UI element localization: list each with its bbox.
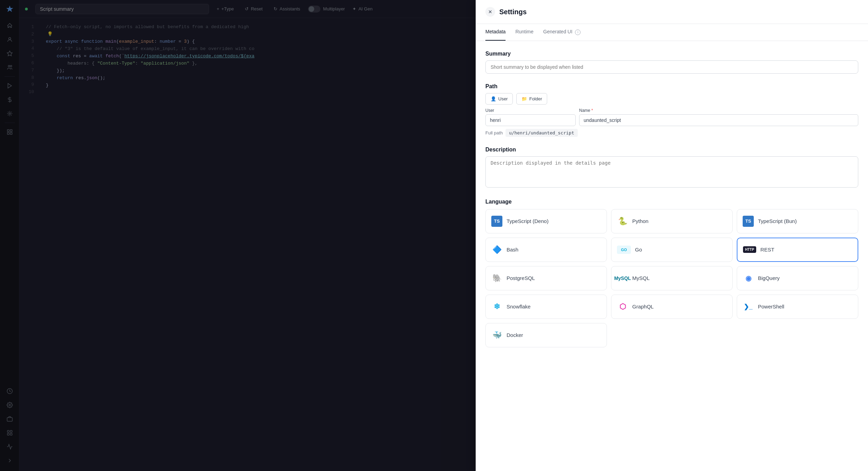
lang-mysql[interactable]: MySQL MySQL	[611, 266, 733, 290]
settings-tabs: Metadata Runtime Generated UI i	[476, 24, 868, 41]
description-label: Description	[485, 147, 858, 153]
settings-content: Summary Path 👤 User 📁 Folder User	[476, 41, 868, 471]
settings-header: ✕ Settings	[476, 0, 868, 24]
mysql-icon: MySQL	[617, 273, 628, 284]
lang-go[interactable]: GO Go	[611, 238, 733, 262]
settings-panel: ✕ Settings Metadata Runtime Generated UI…	[476, 0, 868, 471]
lang-docker[interactable]: 🐳 Docker	[485, 323, 607, 347]
lang-python[interactable]: 🐍 Python	[611, 209, 733, 233]
language-grid: TS TypeScript (Deno) 🐍 Python TS TypeScr…	[485, 209, 858, 347]
lang-graphql[interactable]: ⬡ GraphQL	[611, 295, 733, 319]
name-field-col: Name *	[579, 108, 858, 126]
full-path-value: u/henri/undaunted_script	[506, 129, 578, 137]
summary-label: Summary	[485, 51, 858, 57]
rest-icon: HTTP	[743, 246, 756, 253]
path-fields-row: User Name *	[485, 108, 858, 126]
user-path-input[interactable]	[485, 114, 576, 126]
user-path-button[interactable]: 👤 User	[485, 93, 513, 105]
bigquery-icon: ◉	[743, 273, 754, 284]
language-section: Language TS TypeScript (Deno) 🐍 Python T…	[485, 199, 858, 347]
path-section: Path 👤 User 📁 Folder User Name	[485, 83, 858, 137]
tab-generated-ui[interactable]: Generated UI i	[543, 24, 581, 41]
go-icon: GO	[617, 246, 631, 254]
lang-typescript-deno[interactable]: TS TypeScript (Deno)	[485, 209, 607, 233]
lang-typescript-bun[interactable]: TS TypeScript (Bun)	[737, 209, 858, 233]
folder-path-button[interactable]: 📁 Folder	[516, 93, 547, 105]
bash-icon: 🔷	[491, 244, 502, 255]
docker-icon: 🐳	[491, 330, 502, 341]
name-field-label: Name *	[579, 108, 858, 113]
lang-powershell[interactable]: ❯_ PowerShell	[737, 295, 858, 319]
close-button[interactable]: ✕	[485, 7, 495, 17]
name-path-input[interactable]	[579, 114, 858, 126]
summary-input[interactable]	[485, 60, 858, 74]
typescript-deno-icon: TS	[491, 216, 502, 227]
lang-bigquery[interactable]: ◉ BigQuery	[737, 266, 858, 290]
typescript-bun-icon: TS	[743, 216, 754, 227]
snowflake-icon: ❄	[491, 301, 502, 312]
lang-postgresql[interactable]: 🐘 PostgreSQL	[485, 266, 607, 290]
required-star: *	[591, 108, 593, 113]
description-textarea[interactable]	[485, 156, 858, 188]
info-icon: i	[575, 30, 581, 35]
language-label: Language	[485, 199, 858, 205]
postgresql-icon: 🐘	[491, 273, 502, 284]
path-type-row: 👤 User 📁 Folder	[485, 93, 858, 105]
tab-metadata[interactable]: Metadata	[485, 24, 506, 41]
graphql-icon: ⬡	[617, 301, 628, 312]
user-icon: 👤	[491, 96, 496, 101]
lang-snowflake[interactable]: ❄ Snowflake	[485, 295, 607, 319]
tab-runtime[interactable]: Runtime	[515, 24, 533, 41]
description-section: Description	[485, 147, 858, 189]
lang-rest[interactable]: HTTP REST	[737, 238, 858, 262]
full-path-label: Full path	[485, 130, 503, 135]
user-field-col: User	[485, 108, 576, 126]
lang-bash[interactable]: 🔷 Bash	[485, 238, 607, 262]
settings-title: Settings	[499, 8, 527, 16]
folder-icon: 📁	[521, 96, 527, 101]
path-label: Path	[485, 83, 858, 90]
user-field-label: User	[485, 108, 576, 113]
powershell-icon: ❯_	[743, 301, 754, 312]
summary-section: Summary	[485, 51, 858, 74]
python-icon: 🐍	[617, 216, 628, 227]
full-path-row: Full path u/henri/undaunted_script	[485, 129, 858, 137]
